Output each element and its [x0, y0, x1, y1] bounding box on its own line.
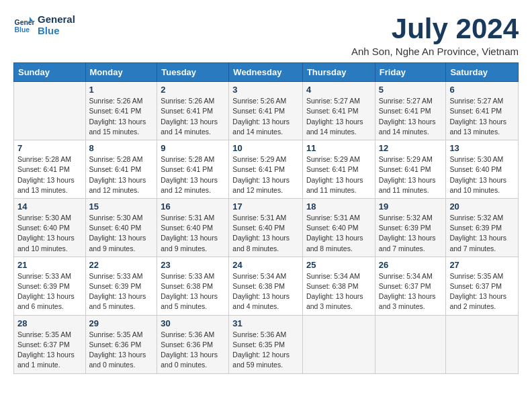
day-number: 29 — [89, 318, 154, 328]
calendar-cell: 7Sunrise: 5:28 AMSunset: 6:41 PMDaylight… — [14, 140, 86, 199]
day-number: 8 — [89, 143, 154, 153]
day-number: 4 — [306, 85, 371, 95]
day-info: Sunrise: 5:33 AMSunset: 6:39 PMDaylight:… — [89, 271, 154, 312]
calendar-cell: 8Sunrise: 5:28 AMSunset: 6:41 PMDaylight… — [85, 140, 157, 199]
day-info: Sunrise: 5:30 AMSunset: 6:40 PMDaylight:… — [17, 213, 82, 254]
day-info: Sunrise: 5:33 AMSunset: 6:38 PMDaylight:… — [161, 271, 225, 312]
day-number: 3 — [232, 85, 299, 95]
calendar-cell: 14Sunrise: 5:30 AMSunset: 6:40 PMDayligh… — [14, 198, 86, 257]
calendar-cell: 1Sunrise: 5:26 AMSunset: 6:41 PMDaylight… — [85, 82, 157, 140]
day-number: 25 — [306, 260, 371, 270]
day-info: Sunrise: 5:28 AMSunset: 6:41 PMDaylight:… — [89, 154, 154, 195]
calendar-cell: 9Sunrise: 5:28 AMSunset: 6:41 PMDaylight… — [157, 140, 229, 199]
calendar-cell: 26Sunrise: 5:34 AMSunset: 6:37 PMDayligh… — [375, 257, 446, 315]
calendar-cell: 29Sunrise: 5:35 AMSunset: 6:36 PMDayligh… — [85, 315, 157, 373]
day-info: Sunrise: 5:29 AMSunset: 6:41 PMDaylight:… — [379, 154, 443, 195]
day-info: Sunrise: 5:29 AMSunset: 6:41 PMDaylight:… — [306, 154, 371, 195]
day-number: 19 — [379, 201, 443, 212]
day-number: 10 — [232, 143, 299, 153]
calendar-cell: 5Sunrise: 5:27 AMSunset: 6:41 PMDaylight… — [375, 82, 446, 140]
day-number: 9 — [161, 143, 225, 153]
day-number: 1 — [89, 85, 154, 95]
logo-line2: Blue — [38, 25, 75, 36]
calendar-cell: 22Sunrise: 5:33 AMSunset: 6:39 PMDayligh… — [85, 257, 157, 315]
day-number: 27 — [449, 260, 515, 270]
day-number: 31 — [232, 318, 299, 328]
weekday-header-friday: Friday — [375, 63, 446, 82]
day-number: 5 — [379, 85, 443, 95]
day-number: 16 — [161, 201, 225, 212]
weekday-header-monday: Monday — [85, 63, 157, 82]
calendar-cell: 28Sunrise: 5:35 AMSunset: 6:37 PMDayligh… — [14, 315, 86, 373]
day-number: 26 — [379, 260, 443, 270]
day-info: Sunrise: 5:32 AMSunset: 6:39 PMDaylight:… — [449, 213, 515, 254]
calendar-cell: 21Sunrise: 5:33 AMSunset: 6:39 PMDayligh… — [14, 257, 86, 315]
day-number: 6 — [449, 85, 515, 95]
day-info: Sunrise: 5:35 AMSunset: 6:37 PMDaylight:… — [17, 330, 82, 371]
calendar-cell: 17Sunrise: 5:31 AMSunset: 6:40 PMDayligh… — [229, 198, 303, 257]
day-number: 17 — [232, 201, 299, 212]
day-info: Sunrise: 5:27 AMSunset: 6:41 PMDaylight:… — [379, 96, 443, 137]
calendar-cell: 19Sunrise: 5:32 AMSunset: 6:39 PMDayligh… — [375, 198, 446, 257]
weekday-header-saturday: Saturday — [446, 63, 519, 82]
day-number: 13 — [449, 143, 515, 153]
day-info: Sunrise: 5:28 AMSunset: 6:41 PMDaylight:… — [161, 154, 225, 195]
calendar-cell: 3Sunrise: 5:26 AMSunset: 6:41 PMDaylight… — [229, 82, 303, 140]
day-info: Sunrise: 5:35 AMSunset: 6:37 PMDaylight:… — [449, 271, 515, 312]
day-info: Sunrise: 5:31 AMSunset: 6:40 PMDaylight:… — [232, 213, 299, 254]
calendar-cell: 13Sunrise: 5:30 AMSunset: 6:40 PMDayligh… — [446, 140, 519, 199]
calendar-cell — [14, 82, 86, 140]
calendar-table: SundayMondayTuesdayWednesdayThursdayFrid… — [13, 62, 519, 373]
day-info: Sunrise: 5:34 AMSunset: 6:37 PMDaylight:… — [379, 271, 443, 312]
title-section: July 2024 Anh Son, Nghe An Province, Vie… — [351, 13, 519, 57]
calendar-cell: 20Sunrise: 5:32 AMSunset: 6:39 PMDayligh… — [446, 198, 519, 257]
calendar-cell: 23Sunrise: 5:33 AMSunset: 6:38 PMDayligh… — [157, 257, 229, 315]
day-info: Sunrise: 5:31 AMSunset: 6:40 PMDaylight:… — [306, 213, 371, 254]
day-number: 23 — [161, 260, 225, 270]
calendar-cell: 30Sunrise: 5:36 AMSunset: 6:36 PMDayligh… — [157, 315, 229, 373]
day-info: Sunrise: 5:26 AMSunset: 6:41 PMDaylight:… — [161, 96, 225, 137]
day-info: Sunrise: 5:29 AMSunset: 6:41 PMDaylight:… — [232, 154, 299, 195]
weekday-header-sunday: Sunday — [14, 63, 86, 82]
day-info: Sunrise: 5:32 AMSunset: 6:39 PMDaylight:… — [379, 213, 443, 254]
day-number: 15 — [89, 201, 154, 212]
day-info: Sunrise: 5:26 AMSunset: 6:41 PMDaylight:… — [232, 96, 299, 137]
calendar-cell: 18Sunrise: 5:31 AMSunset: 6:40 PMDayligh… — [302, 198, 375, 257]
day-info: Sunrise: 5:34 AMSunset: 6:38 PMDaylight:… — [306, 271, 371, 312]
weekday-header-wednesday: Wednesday — [229, 63, 303, 82]
day-number: 21 — [17, 260, 82, 270]
day-info: Sunrise: 5:27 AMSunset: 6:41 PMDaylight:… — [306, 96, 371, 137]
calendar-cell: 10Sunrise: 5:29 AMSunset: 6:41 PMDayligh… — [229, 140, 303, 199]
calendar-cell: 15Sunrise: 5:30 AMSunset: 6:40 PMDayligh… — [85, 198, 157, 257]
calendar-cell: 27Sunrise: 5:35 AMSunset: 6:37 PMDayligh… — [446, 257, 519, 315]
day-number: 14 — [17, 201, 82, 212]
calendar-cell: 6Sunrise: 5:27 AMSunset: 6:41 PMDaylight… — [446, 82, 519, 140]
day-info: Sunrise: 5:27 AMSunset: 6:41 PMDaylight:… — [449, 96, 515, 137]
calendar-cell: 16Sunrise: 5:31 AMSunset: 6:40 PMDayligh… — [157, 198, 229, 257]
svg-text:Blue: Blue — [15, 26, 30, 34]
logo-line1: General — [38, 13, 75, 25]
day-info: Sunrise: 5:36 AMSunset: 6:35 PMDaylight:… — [232, 330, 299, 371]
calendar-cell — [302, 315, 375, 373]
day-info: Sunrise: 5:35 AMSunset: 6:36 PMDaylight:… — [89, 330, 154, 371]
day-number: 18 — [306, 201, 371, 212]
day-number: 2 — [161, 85, 225, 95]
day-number: 12 — [379, 143, 443, 153]
day-info: Sunrise: 5:36 AMSunset: 6:36 PMDaylight:… — [161, 330, 225, 371]
calendar-cell: 31Sunrise: 5:36 AMSunset: 6:35 PMDayligh… — [229, 315, 303, 373]
calendar-cell: 2Sunrise: 5:26 AMSunset: 6:41 PMDaylight… — [157, 82, 229, 140]
day-number: 7 — [17, 143, 82, 153]
calendar-cell — [375, 315, 446, 373]
day-info: Sunrise: 5:28 AMSunset: 6:41 PMDaylight:… — [17, 154, 82, 195]
day-number: 22 — [89, 260, 154, 270]
calendar-cell: 12Sunrise: 5:29 AMSunset: 6:41 PMDayligh… — [375, 140, 446, 199]
day-info: Sunrise: 5:31 AMSunset: 6:40 PMDaylight:… — [161, 213, 225, 254]
day-info: Sunrise: 5:30 AMSunset: 6:40 PMDaylight:… — [449, 154, 515, 195]
month-title: July 2024 — [351, 13, 519, 44]
day-info: Sunrise: 5:30 AMSunset: 6:40 PMDaylight:… — [89, 213, 154, 254]
calendar-cell: 4Sunrise: 5:27 AMSunset: 6:41 PMDaylight… — [302, 82, 375, 140]
logo-icon: General Blue — [13, 14, 35, 36]
day-number: 30 — [161, 318, 225, 328]
day-number: 20 — [449, 201, 515, 212]
calendar-cell: 11Sunrise: 5:29 AMSunset: 6:41 PMDayligh… — [302, 140, 375, 199]
